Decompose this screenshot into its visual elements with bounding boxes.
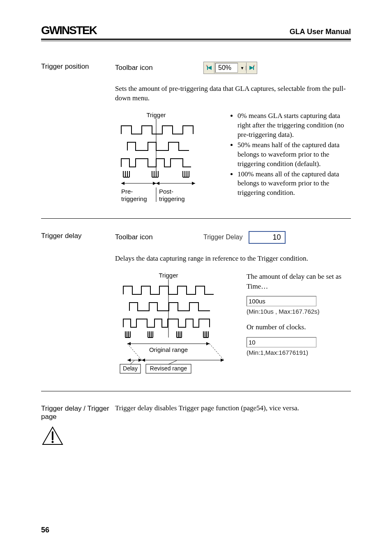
brand-logo: GWINSTEK (41, 24, 97, 37)
trigger-position-bullets: 0% means GLA starts capturing data right… (230, 111, 351, 206)
trigger-delay-description: Delays the data capturing range in refer… (115, 254, 351, 264)
svg-marker-3 (249, 66, 254, 70)
trigger-position-diagram: Trigger (115, 111, 222, 206)
svg-text:Original range: Original range (149, 346, 188, 353)
svg-text:Trigger: Trigger (159, 272, 178, 279)
toolbar-icon-label: Toolbar icon (115, 233, 203, 241)
trigger-pos-value[interactable]: 50% (215, 63, 238, 73)
delay-clock-input[interactable]: 10 (247, 337, 316, 347)
trigger-pos-left-icon[interactable]: T (204, 62, 214, 73)
manual-title: GLA User Manual (290, 28, 351, 36)
svg-text:triggering: triggering (121, 195, 147, 202)
svg-marker-23 (121, 182, 125, 185)
page-number: 56 (41, 526, 49, 534)
delay-clock-hint: (Min:1,Max:16776191) (247, 348, 351, 357)
trigger-pos-dropdown-icon[interactable]: ▼ (239, 66, 246, 70)
svg-text:Revised range: Revised range (150, 365, 187, 372)
delay-time-text: The amount of delay can be set as Time… (247, 272, 351, 291)
svg-text:triggering: triggering (159, 195, 185, 202)
svg-marker-1 (208, 66, 212, 70)
section-heading-trigger-delay: Trigger delay (41, 231, 115, 379)
svg-point-75 (52, 441, 54, 443)
svg-text:T: T (254, 65, 255, 67)
list-item: 50% means half of the captured data belo… (238, 141, 351, 169)
svg-text:Post-: Post- (159, 188, 173, 195)
svg-line-69 (130, 361, 134, 364)
trigger-delay-input[interactable]: 10 (249, 231, 286, 244)
svg-line-59 (127, 344, 142, 360)
warning-icon (41, 426, 351, 446)
delay-clocks-text: Or number of clocks. (247, 322, 351, 332)
section-heading-trigger-note: Trigger delay / Trigger page (41, 404, 115, 421)
svg-marker-65 (142, 358, 145, 362)
svg-marker-56 (127, 342, 131, 345)
delay-time-hint: (Min:10us , Max:167.762s) (247, 307, 351, 316)
trigger-delay-label: Trigger Delay (203, 234, 242, 241)
trigger-pos-right-icon[interactable]: T (246, 62, 257, 73)
trigger-delay-diagram: Trigger (115, 272, 238, 379)
svg-marker-57 (206, 342, 210, 345)
svg-marker-26 (156, 182, 159, 185)
divider (41, 391, 351, 391)
svg-line-72 (168, 361, 177, 364)
svg-marker-24 (153, 182, 156, 185)
svg-marker-66 (221, 358, 224, 362)
toolbar-icon-label: Toolbar icon (115, 64, 203, 72)
trigger-delay-toolbar: Trigger Delay 10 (203, 231, 286, 244)
trigger-position-toolbar[interactable]: T 50% ▼ T (203, 62, 257, 74)
svg-line-60 (210, 344, 224, 360)
trigger-note-text: Trigger delay disables Trigger page func… (115, 404, 351, 413)
svg-marker-63 (138, 358, 142, 362)
divider (41, 218, 351, 219)
svg-text:Delay: Delay (123, 365, 138, 372)
svg-text:Pre-: Pre- (121, 188, 133, 195)
svg-marker-62 (127, 358, 131, 362)
list-item: 100% means all of the captured data belo… (238, 170, 351, 198)
list-item: 0% means GLA starts capturing data right… (238, 111, 351, 140)
section-heading-trigger-position: Trigger position (41, 62, 115, 206)
svg-marker-27 (192, 182, 195, 185)
delay-time-input[interactable]: 100us (247, 296, 316, 306)
diagram-trigger-label: Trigger (147, 111, 166, 118)
trigger-position-description: Sets the amount of pre-triggering data t… (115, 84, 351, 103)
